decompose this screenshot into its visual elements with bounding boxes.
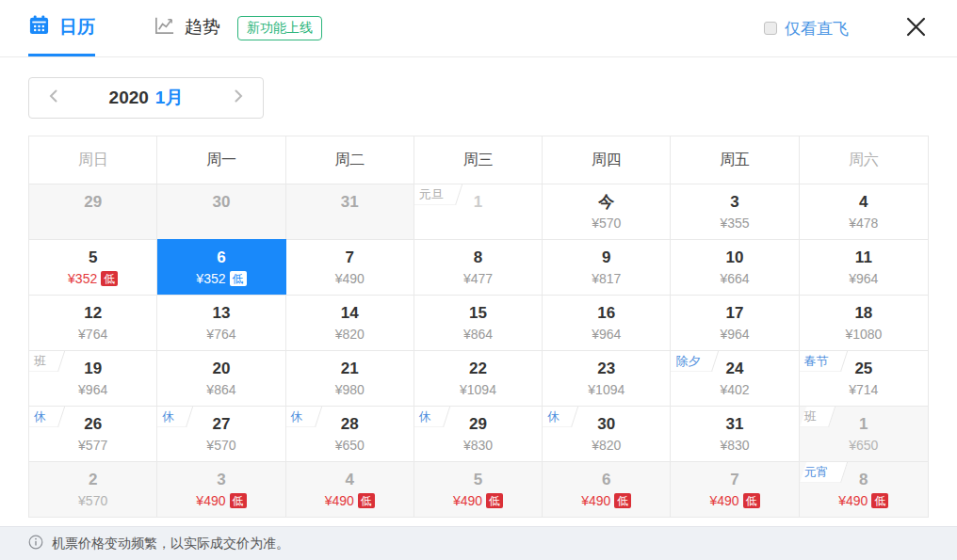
calendar-day-cell[interactable]: 16¥964	[543, 295, 671, 350]
day-number: 7	[286, 248, 414, 267]
calendar-day-cell[interactable]: 班19¥964	[29, 350, 157, 406]
holiday-tag: 休	[157, 407, 187, 427]
calendar-day-cell[interactable]: 3¥490低	[157, 461, 285, 517]
low-price-badge: 低	[871, 493, 888, 508]
dialog-header: 日历 趋势 新功能上线 仅看直飞	[0, 0, 957, 57]
holiday-tag: 除夕	[671, 351, 712, 372]
day-number: 16	[543, 304, 670, 323]
calendar-day-cell[interactable]: 7¥490低	[671, 461, 799, 517]
calendar-day-cell[interactable]: 31¥830	[671, 406, 799, 461]
calendar-day-cell[interactable]: 15¥864	[414, 295, 543, 350]
year-label: 2020	[109, 88, 149, 107]
price-label: ¥570	[78, 493, 107, 508]
holiday-tag: 休	[286, 407, 316, 427]
calendar-day-cell[interactable]: 8¥477	[414, 239, 543, 295]
price-label: ¥830	[720, 438, 749, 453]
calendar-day-cell[interactable]: 13¥764	[157, 295, 285, 350]
calendar-day-cell[interactable]: 3¥355	[671, 184, 799, 239]
tab-trend[interactable]: 趋势	[154, 0, 220, 56]
day-number: 6	[157, 248, 284, 267]
low-price-badge: 低	[486, 493, 503, 508]
calendar-day-cell[interactable]: 17¥964	[671, 295, 799, 350]
price-label: ¥764	[206, 327, 235, 342]
calendar-day-cell[interactable]: 20¥864	[157, 350, 285, 406]
calendar-day-cell[interactable]: 31	[286, 184, 414, 239]
calendar-day-cell[interactable]: 今¥570	[543, 184, 671, 239]
price-label: ¥477	[463, 271, 493, 286]
calendar-day-cell[interactable]: 4¥490低	[286, 461, 414, 517]
weekday-header: 周二	[286, 136, 414, 184]
calendar-day-cell[interactable]: 11¥964	[800, 239, 928, 295]
next-month-button[interactable]	[214, 78, 263, 118]
calendar-day-cell[interactable]: 休26¥577	[29, 406, 157, 461]
day-number: 31	[286, 193, 414, 212]
price-row: ¥490	[286, 271, 414, 286]
calendar-day-cell[interactable]: 5¥352低	[29, 239, 157, 295]
calendar-day-cell[interactable]: 22¥1094	[414, 350, 543, 406]
day-number: 12	[29, 304, 156, 323]
trend-chart-icon	[154, 14, 175, 40]
previous-month-button[interactable]	[29, 78, 78, 118]
day-number: 5	[414, 471, 542, 489]
calendar-day-cell[interactable]: 元宵8¥490低	[800, 461, 928, 517]
calendar-day-cell[interactable]: 23¥1094	[543, 350, 671, 406]
calendar-day-cell[interactable]: 14¥820	[286, 295, 414, 350]
calendar-day-cell[interactable]: 休30¥820	[543, 406, 671, 461]
calendar-day-cell[interactable]: 30	[157, 184, 285, 239]
price-row: ¥478	[800, 216, 928, 231]
day-number: 14	[286, 304, 414, 323]
calendar-day-cell[interactable]: 春节25¥714	[800, 350, 928, 406]
calendar-day-cell[interactable]: 29	[29, 184, 157, 239]
price-label: ¥1094	[460, 382, 496, 397]
day-number: 29	[29, 193, 156, 212]
calendar-day-cell[interactable]: 9¥817	[543, 239, 671, 295]
price-row: ¥1094	[543, 382, 670, 397]
price-row: ¥664	[671, 271, 798, 286]
holiday-tag: 休	[414, 407, 444, 427]
calendar-day-cell[interactable]: 休29¥830	[414, 406, 543, 461]
day-number: 7	[671, 471, 798, 489]
calendar-day-cell[interactable]: 班1¥650	[800, 406, 928, 461]
calendar-day-cell[interactable]: 5¥490低	[414, 461, 543, 517]
price-label: ¥490	[838, 493, 868, 508]
calendar-day-cell[interactable]: 6¥352低	[157, 239, 285, 295]
day-number: 23	[543, 360, 670, 378]
tab-calendar[interactable]: 日历	[28, 0, 95, 56]
calendar-day-cell[interactable]: 18¥1080	[800, 295, 928, 350]
low-price-badge: 低	[101, 271, 118, 286]
calendar-day-cell[interactable]: 休27¥570	[157, 406, 285, 461]
calendar-day-cell[interactable]: 2¥570	[29, 461, 157, 517]
price-label: ¥964	[849, 271, 878, 286]
calendar-day-cell[interactable]: 休28¥650	[286, 406, 414, 461]
holiday-tag: 春节	[800, 351, 841, 372]
price-label: ¥490	[581, 493, 610, 508]
close-icon	[903, 14, 929, 43]
price-row: ¥352低	[157, 271, 284, 286]
calendar-day-cell[interactable]: 7¥490	[286, 239, 414, 295]
day-number: 8	[414, 248, 542, 267]
direct-flights-only-toggle[interactable]: 仅看直飞	[764, 18, 849, 40]
low-price-badge: 低	[230, 493, 247, 508]
calendar-day-cell[interactable]: 21¥980	[286, 350, 414, 406]
close-button[interactable]	[903, 14, 929, 43]
low-price-badge: 低	[358, 493, 375, 508]
calendar-day-cell[interactable]: 6¥490低	[543, 461, 671, 517]
price-label: ¥820	[335, 327, 365, 342]
holiday-tag: 元宵	[800, 462, 841, 483]
day-number: 17	[671, 304, 798, 323]
calendar-icon	[28, 14, 50, 40]
price-label: ¥490	[453, 493, 482, 508]
day-number: 5	[29, 248, 156, 267]
calendar-day-cell[interactable]: 除夕24¥402	[671, 350, 799, 406]
holiday-tag: 班	[800, 407, 829, 427]
calendar-day-cell[interactable]: 元旦1	[414, 184, 543, 239]
day-number: 21	[286, 360, 414, 378]
tab-calendar-label: 日历	[59, 15, 95, 40]
price-row: ¥964	[671, 327, 798, 342]
calendar-day-cell[interactable]: 12¥764	[29, 295, 157, 350]
calendar-day-cell[interactable]: 4¥478	[800, 184, 928, 239]
direct-flights-checkbox[interactable]	[764, 22, 777, 35]
tab-trend-label: 趋势	[185, 15, 220, 40]
price-label: ¥577	[78, 438, 107, 453]
calendar-day-cell[interactable]: 10¥664	[671, 239, 799, 295]
